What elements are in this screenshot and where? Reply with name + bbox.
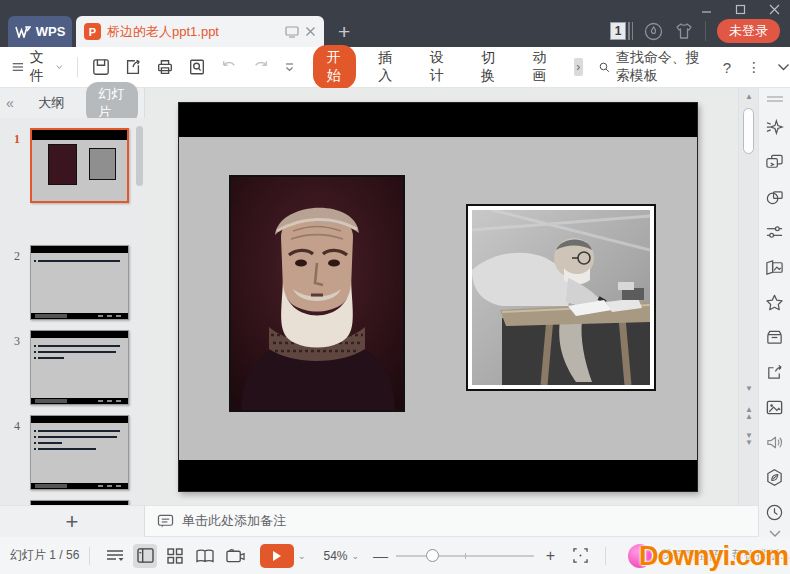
reading-view-icon[interactable] [193, 544, 217, 568]
print-icon[interactable] [156, 58, 174, 76]
minimize-icon[interactable] [696, 2, 716, 16]
image-folder-icon[interactable] [765, 258, 784, 277]
play-icon [272, 550, 282, 562]
slide-title-band[interactable] [179, 103, 697, 137]
slide-thumb-canvas[interactable] [30, 245, 129, 320]
close-icon[interactable] [764, 2, 784, 16]
export-icon[interactable] [124, 58, 142, 76]
maximize-icon[interactable] [730, 2, 750, 16]
star-icon[interactable] [765, 293, 784, 312]
picture-icon[interactable] [765, 398, 784, 417]
slide-thumbnail-1[interactable]: 1 [0, 128, 145, 210]
add-slide-button[interactable]: + [66, 509, 79, 535]
tab-home[interactable]: 开始 [313, 45, 356, 89]
doc-stack-icon [628, 22, 633, 40]
panel-scrollbar-thumb[interactable] [136, 126, 143, 186]
thumb-text-lines [38, 430, 123, 454]
scrollbar-thumb[interactable] [743, 108, 754, 154]
convert-icon[interactable] [765, 153, 784, 172]
zoom-slider-knob[interactable] [426, 549, 439, 562]
clock-icon[interactable] [765, 503, 784, 522]
tab-design[interactable]: 设计 [416, 45, 459, 89]
tab-transitions[interactable]: 切换 [467, 45, 510, 89]
more-vertical-icon[interactable]: ⋮ [747, 59, 761, 75]
zoom-level[interactable]: 54% [324, 549, 348, 563]
slide-thumb-canvas[interactable] [30, 330, 129, 405]
scroll-up-icon[interactable]: ▲ [743, 92, 755, 102]
titlebar-right-tools: 1 未登录 [610, 19, 780, 43]
tab-close-icon[interactable] [305, 26, 316, 37]
monitor-icon[interactable] [285, 26, 299, 38]
notes-bar[interactable]: 单击此处添加备注 [145, 505, 758, 537]
zoom-slider[interactable] [396, 555, 534, 557]
thumb-writing-photo [89, 148, 116, 179]
titlebar-separator [705, 21, 706, 41]
quickbar-chevron-icon[interactable] [284, 62, 295, 72]
slideshow-icon[interactable] [223, 544, 247, 568]
preview-icon[interactable] [188, 58, 206, 76]
collapse-panel-icon[interactable]: « [6, 95, 20, 111]
command-search[interactable]: 查找命令、搜索模板 [599, 49, 709, 85]
canvas-scrollbar[interactable]: ▲ ▼ ▲▲ ▼▼ [738, 88, 758, 505]
new-tab-icon[interactable]: + [338, 20, 350, 44]
redo-icon[interactable] [252, 59, 270, 75]
slide-thumbnail-2[interactable]: 2 [0, 245, 145, 327]
hemingway-portrait-photo[interactable] [229, 175, 405, 412]
slide-thumbnail-4[interactable]: 4 [0, 415, 145, 497]
leaf-badge-icon[interactable] [765, 468, 784, 487]
ribbon-collapse-icon[interactable] [777, 63, 790, 71]
chevron-down-icon[interactable] [769, 530, 781, 537]
sparkle-icon[interactable] [765, 118, 784, 137]
archive-icon[interactable] [765, 328, 784, 347]
shirt-icon[interactable] [674, 22, 694, 40]
search-icon [599, 60, 610, 75]
next-slide-icon[interactable]: ▼▼ [743, 432, 755, 446]
zoom-chevron-icon[interactable]: ⌄ [352, 551, 360, 561]
document-tab[interactable]: P 桥边的老人ppt1.ppt [76, 16, 324, 47]
sorter-view-icon[interactable] [163, 544, 187, 568]
slide-thumbnail-3[interactable]: 3 [0, 330, 145, 412]
slide-number: 1 [14, 132, 20, 147]
slide-canvas[interactable] [145, 88, 758, 505]
notes-icon [157, 514, 174, 529]
play-options-chevron-icon[interactable]: ⌄ [298, 551, 306, 561]
prev-slide-icon[interactable]: ▲▲ [743, 406, 755, 420]
undo-icon[interactable] [220, 59, 238, 75]
login-button[interactable]: 未登录 [717, 19, 780, 43]
scroll-down-icon[interactable]: ▼ [743, 384, 755, 394]
ribbon-right-tools: ? ⋮ [723, 59, 790, 76]
zoom-in-button[interactable]: + [546, 547, 555, 565]
fit-screen-icon[interactable] [568, 544, 592, 568]
hamburger-icon [12, 61, 24, 73]
thumb-title-bar [32, 130, 127, 140]
open-documents-badge[interactable]: 1 [610, 22, 633, 40]
flame-icon[interactable] [644, 22, 663, 41]
shapes-icon[interactable] [765, 188, 784, 207]
play-slideshow-button[interactable] [260, 544, 294, 568]
more-tabs-button[interactable]: › [574, 58, 583, 76]
slide-thumb-canvas[interactable] [30, 415, 129, 490]
slide-thumb-canvas[interactable] [30, 128, 129, 203]
thumb-title-bar [31, 416, 128, 423]
slide-number: 2 [14, 249, 20, 264]
file-menu-button[interactable]: 文件 [0, 49, 71, 85]
tab-insert[interactable]: 插入 [364, 45, 407, 89]
slide-panel: « 大纲 幻灯片 1 2 3 [0, 88, 145, 505]
tab-animation[interactable]: 动画 [519, 45, 562, 89]
notes-placeholder[interactable]: 单击此处添加备注 [182, 512, 286, 530]
hemingway-writing-photo[interactable] [466, 204, 656, 391]
share-icon[interactable] [765, 363, 784, 382]
slide-footer-band[interactable] [179, 460, 697, 491]
drag-handle-icon[interactable] [767, 96, 783, 102]
sliders-icon[interactable] [765, 223, 784, 242]
help-icon[interactable]: ? [723, 59, 731, 76]
tab-outline[interactable]: 大纲 [38, 94, 64, 112]
wps-home-tab[interactable]: WPS [8, 16, 72, 47]
right-sidebar [758, 88, 790, 537]
current-slide[interactable] [178, 102, 698, 492]
zoom-out-button[interactable]: — [373, 547, 388, 564]
normal-view-icon[interactable] [133, 544, 157, 568]
save-icon[interactable] [92, 58, 110, 76]
speaker-icon[interactable] [765, 433, 784, 452]
notes-toggle-icon[interactable] [103, 544, 127, 568]
